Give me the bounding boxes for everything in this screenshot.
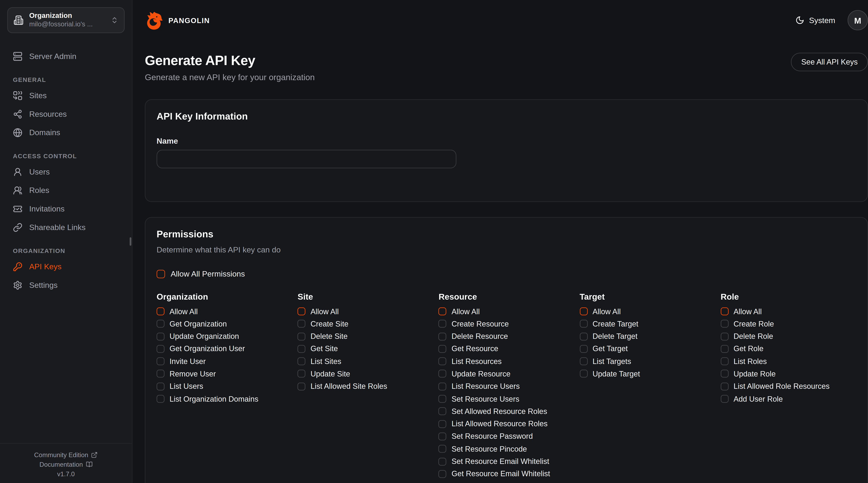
permission-checkbox-row[interactable]: Create Target [580,320,715,328]
checkbox[interactable] [439,345,446,353]
permission-checkbox-row[interactable]: Delete Site [298,332,433,340]
permission-checkbox-row[interactable]: Set Resource Pincode [439,445,574,453]
checkbox[interactable] [439,382,446,390]
checkbox[interactable] [580,320,587,328]
checkbox[interactable] [580,332,587,340]
permission-checkbox-row[interactable]: Get Resource Email Whitelist [439,470,574,478]
brand-logo[interactable]: PANGOLIN [145,10,210,30]
permission-checkbox-row[interactable]: Set Resource Email Whitelist [439,457,574,465]
permission-checkbox-row[interactable]: Remove User [157,370,292,378]
permission-checkbox-row[interactable]: Allow All [298,308,433,315]
checkbox[interactable] [721,395,728,403]
permission-checkbox-row[interactable]: List Allowed Site Roles [298,382,433,390]
documentation-link[interactable]: Documentation [0,461,132,468]
checkbox[interactable] [157,370,164,378]
checkbox[interactable] [580,370,587,378]
permission-checkbox-row[interactable]: Delete Target [580,332,715,340]
sidebar-item-sites[interactable]: Sites [7,88,125,103]
checkbox[interactable] [439,408,446,415]
sidebar-item-invitations[interactable]: Invitations [7,201,125,217]
permission-checkbox-row[interactable]: Update Target [580,370,715,378]
sidebar-item-settings[interactable]: Settings [7,277,125,293]
see-all-api-keys-button[interactable]: See All API Keys [791,53,868,71]
checkbox[interactable] [439,432,446,440]
checkbox[interactable] [298,308,305,315]
permission-checkbox-row[interactable]: Allow All [439,308,574,315]
checkbox[interactable] [721,308,728,315]
permission-checkbox-row[interactable]: Update Site [298,370,433,378]
permission-checkbox-row[interactable]: Allow All [580,308,715,315]
checkbox[interactable] [580,308,587,315]
permission-checkbox-row[interactable]: Delete Resource [439,332,574,340]
checkbox[interactable] [157,308,164,315]
checkbox[interactable] [721,370,728,378]
sidebar-item-roles[interactable]: Roles [7,182,125,198]
permission-checkbox-row[interactable]: Set Allowed Resource Roles [439,408,574,415]
checkbox[interactable] [157,382,164,390]
org-selector[interactable]: Organization milo@fossorial.io's ... [7,7,125,33]
sidebar-item-resources[interactable]: Resources [7,106,125,122]
permission-checkbox-row[interactable]: Get Role [721,345,856,353]
avatar[interactable]: M [847,10,868,30]
checkbox[interactable] [439,308,446,315]
sidebar-item-shareable-links[interactable]: Shareable Links [7,219,125,235]
checkbox[interactable] [580,357,587,365]
checkbox[interactable] [721,357,728,365]
checkbox[interactable] [298,357,305,365]
checkbox[interactable] [298,382,305,390]
checkbox[interactable] [157,345,164,353]
checkbox[interactable] [721,332,728,340]
permission-checkbox-row[interactable]: List Users [157,382,292,390]
permission-checkbox-row[interactable]: List Allowed Role Resources [721,382,856,390]
permission-checkbox-row[interactable]: Delete Role [721,332,856,340]
permission-checkbox-row[interactable]: List Targets [580,357,715,365]
name-input[interactable] [157,150,456,168]
theme-toggle[interactable]: System [796,16,835,25]
permission-checkbox-row[interactable]: Get Organization User [157,345,292,353]
permission-checkbox-row[interactable]: List Allowed Resource Roles [439,420,574,428]
allow-all-permissions-row[interactable]: Allow All Permissions [157,269,856,278]
sidebar-scrollbar[interactable] [130,237,131,246]
checkbox[interactable] [721,382,728,390]
permission-checkbox-row[interactable]: Allow All [721,308,856,315]
checkbox[interactable] [721,345,728,353]
permission-checkbox-row[interactable]: List Sites [298,357,433,365]
checkbox[interactable] [439,457,446,465]
permission-checkbox-row[interactable]: List Organization Domains [157,395,292,403]
checkbox[interactable] [157,332,164,340]
checkbox[interactable] [298,320,305,328]
checkbox[interactable] [580,345,587,353]
sidebar-item-users[interactable]: Users [7,164,125,180]
checkbox[interactable] [439,470,446,478]
checkbox[interactable] [157,357,164,365]
permission-checkbox-row[interactable]: Get Resource [439,345,574,353]
permission-checkbox-row[interactable]: Update Organization [157,332,292,340]
checkbox[interactable] [439,420,446,428]
permission-checkbox-row[interactable]: Create Role [721,320,856,328]
permission-checkbox-row[interactable]: Update Role [721,370,856,378]
checkbox[interactable] [721,320,728,328]
checkbox[interactable] [439,395,446,403]
checkbox[interactable] [298,345,305,353]
sidebar-item-api-keys[interactable]: API Keys [7,259,125,275]
permission-checkbox-row[interactable]: Update Resource [439,370,574,378]
permission-checkbox-row[interactable]: Allow All [157,308,292,315]
permission-checkbox-row[interactable]: List Roles [721,357,856,365]
checkbox[interactable] [439,357,446,365]
checkbox[interactable] [157,395,164,403]
checkbox[interactable] [439,332,446,340]
sidebar-item-server-admin[interactable]: Server Admin [7,48,125,64]
permission-checkbox-row[interactable]: List Resource Users [439,382,574,390]
checkbox[interactable] [439,320,446,328]
permission-checkbox-row[interactable]: Get Target [580,345,715,353]
permission-checkbox-row[interactable]: List Resources [439,357,574,365]
checkbox[interactable] [157,320,164,328]
permission-checkbox-row[interactable]: Set Resource Users [439,395,574,403]
permission-checkbox-row[interactable]: Get Organization [157,320,292,328]
checkbox[interactable] [439,445,446,453]
sidebar-item-domains[interactable]: Domains [7,125,125,140]
permission-checkbox-row[interactable]: Set Resource Password [439,432,574,440]
checkbox[interactable] [298,332,305,340]
checkbox[interactable] [439,370,446,378]
permission-checkbox-row[interactable]: Invite User [157,357,292,365]
